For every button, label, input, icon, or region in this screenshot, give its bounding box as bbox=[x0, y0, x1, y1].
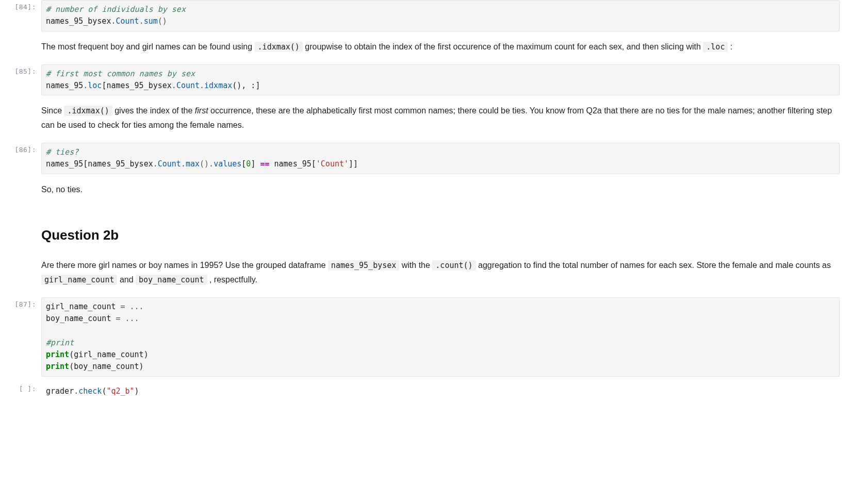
md-text: and bbox=[117, 275, 136, 284]
code-token bbox=[125, 302, 130, 311]
code-token: "q2_b" bbox=[106, 387, 134, 396]
notebook: [84]: # number of individuals by sex nam… bbox=[0, 0, 852, 401]
code-token: (girl_name_count) bbox=[69, 350, 149, 359]
markdown-cell: Since .idxmax() gives the index of the f… bbox=[0, 95, 852, 143]
input-prompt bbox=[0, 95, 41, 98]
inline-code: .count() bbox=[432, 260, 476, 271]
input-prompt bbox=[0, 174, 41, 177]
code-token: names_95 bbox=[46, 81, 83, 90]
inline-code: .idxmax() bbox=[255, 42, 303, 52]
code-token: . bbox=[200, 81, 204, 90]
md-text: gives the index of the bbox=[112, 106, 195, 115]
code-cell: [84]: # number of individuals by sex nam… bbox=[0, 0, 852, 31]
code-token: . bbox=[181, 159, 186, 169]
input-prompt bbox=[0, 207, 41, 210]
code-token: [ bbox=[241, 159, 246, 169]
code-token: grader bbox=[46, 387, 74, 396]
input-prompt: [86]: bbox=[0, 143, 41, 154]
markdown-cell: Question 2b Are there more girl names or… bbox=[0, 207, 852, 298]
code-token: () bbox=[158, 16, 167, 26]
inline-code: girl_name_count bbox=[41, 275, 117, 285]
code-token: Count bbox=[116, 16, 139, 26]
code-token: = bbox=[121, 302, 125, 311]
input-prompt: [85]: bbox=[0, 64, 41, 75]
inline-code: .idxmax() bbox=[64, 106, 112, 116]
code-token: 'Count' bbox=[316, 159, 349, 169]
input-prompt bbox=[0, 31, 41, 35]
markdown-cell: The most frequent boy and girl names can… bbox=[0, 31, 852, 64]
code-token: = bbox=[116, 314, 120, 323]
markdown-content: Since .idxmax() gives the index of the f… bbox=[41, 95, 840, 143]
input-prompt: [ ]: bbox=[0, 382, 41, 393]
md-text: aggregation to find the total number of … bbox=[476, 261, 831, 270]
code-token: print bbox=[46, 362, 69, 371]
code-token: print bbox=[46, 350, 69, 359]
code-input-area[interactable]: # first most common names by sex names_9… bbox=[41, 64, 840, 96]
code-token: ... bbox=[130, 302, 144, 311]
md-text: , respectfully. bbox=[207, 275, 258, 284]
md-text: : bbox=[728, 42, 732, 51]
inline-code: names_95_bysex bbox=[328, 260, 399, 271]
code-token: () bbox=[200, 159, 209, 169]
code-token: . bbox=[83, 81, 88, 90]
code-token bbox=[121, 314, 125, 323]
code-token: . bbox=[74, 387, 78, 396]
code-input-area[interactable]: # number of individuals by sex names_95_… bbox=[41, 0, 840, 31]
code-input-area[interactable]: girl_name_count = ... boy_name_count = .… bbox=[41, 297, 840, 377]
input-prompt: [84]: bbox=[0, 0, 41, 11]
md-text: The most frequent boy and girl names can… bbox=[41, 42, 255, 51]
code-token: names_95[ bbox=[270, 159, 316, 169]
code-token: ) bbox=[135, 387, 139, 396]
code-comment: # ties? bbox=[46, 147, 78, 157]
code-token: max bbox=[186, 159, 200, 169]
md-emphasis: first bbox=[195, 106, 208, 115]
markdown-content: So, no ties. bbox=[41, 174, 840, 207]
code-token: girl_name_count bbox=[46, 302, 121, 311]
markdown-content: Question 2b Are there more girl names or… bbox=[41, 207, 840, 298]
code-token: . bbox=[172, 81, 176, 90]
inline-code: .loc bbox=[703, 42, 728, 52]
code-token: names_95_bysex bbox=[46, 16, 111, 26]
code-token: ... bbox=[125, 314, 139, 323]
md-text: groupwise to obtain the index of the fir… bbox=[303, 42, 703, 51]
code-token: Count bbox=[176, 81, 200, 90]
markdown-content: The most frequent boy and girl names can… bbox=[41, 31, 840, 64]
md-text: with the bbox=[399, 261, 432, 270]
code-token: (), :] bbox=[232, 81, 260, 90]
code-token: values bbox=[214, 159, 241, 169]
code-input-area[interactable]: grader.check("q2_b") bbox=[41, 382, 840, 401]
code-token: ] bbox=[251, 159, 260, 169]
code-token: Count bbox=[158, 159, 181, 169]
code-token: == bbox=[260, 159, 269, 169]
code-comment: #print bbox=[46, 338, 74, 347]
section-heading: Question 2b bbox=[41, 224, 840, 247]
code-token: (boy_name_count) bbox=[69, 362, 144, 371]
code-cell: [85]: # first most common names by sex n… bbox=[0, 64, 852, 96]
code-token: loc bbox=[88, 81, 102, 90]
code-token: sum bbox=[144, 16, 158, 26]
inline-code: boy_name_count bbox=[136, 275, 207, 285]
code-token: . bbox=[153, 159, 158, 169]
md-text: Are there more girl names or boy names i… bbox=[41, 261, 328, 270]
markdown-cell: So, no ties. bbox=[0, 174, 852, 207]
code-cell: [ ]: grader.check("q2_b") bbox=[0, 382, 852, 401]
code-cell: [87]: girl_name_count = ... boy_name_cou… bbox=[0, 297, 852, 377]
code-token: . bbox=[139, 16, 144, 26]
code-cell: [86]: # ties? names_95[names_95_bysex.Co… bbox=[0, 143, 852, 174]
code-token: . bbox=[209, 159, 214, 169]
code-token: boy_name_count bbox=[46, 314, 116, 323]
code-comment: # number of individuals by sex bbox=[46, 5, 186, 14]
code-token: [names_95_bysex bbox=[102, 81, 171, 90]
code-token: check bbox=[78, 387, 102, 396]
input-prompt: [87]: bbox=[0, 297, 41, 308]
md-text: So, no ties. bbox=[41, 185, 83, 194]
code-comment: # first most common names by sex bbox=[46, 69, 195, 78]
code-token: names_95[names_95_bysex bbox=[46, 159, 153, 169]
md-text: Since bbox=[41, 106, 64, 115]
code-input-area[interactable]: # ties? names_95[names_95_bysex.Count.ma… bbox=[41, 143, 840, 174]
code-token: ]] bbox=[349, 159, 358, 169]
code-token: idxmax bbox=[204, 81, 232, 90]
